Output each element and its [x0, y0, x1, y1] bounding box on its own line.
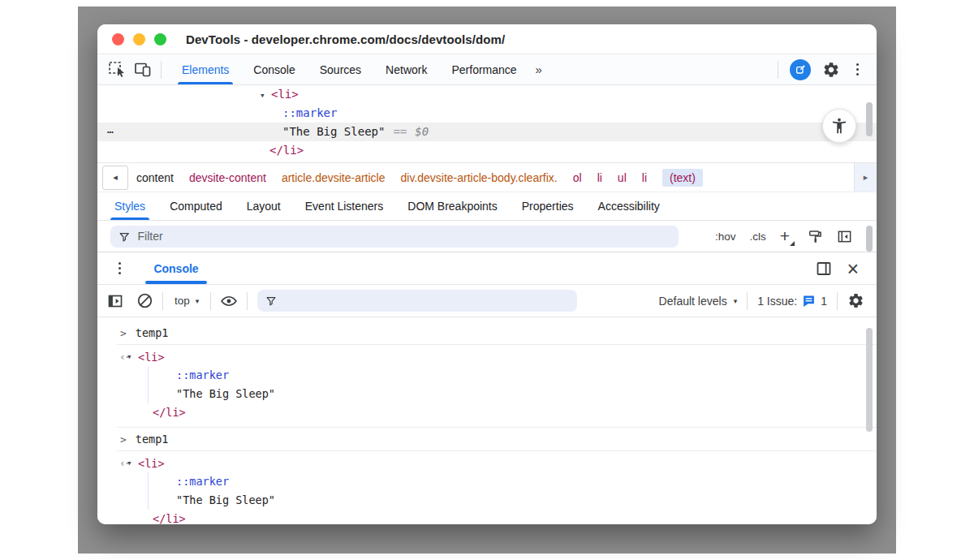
console-sidebar-toggle-icon[interactable] — [106, 291, 125, 311]
breadcrumb: ◂ content devsite-content article.devsit… — [97, 162, 877, 192]
close-drawer-icon[interactable]: × — [847, 261, 859, 277]
tab-layout[interactable]: Layout — [235, 192, 293, 220]
toolbar-right-icons — [778, 59, 877, 80]
issues-count: 1 — [821, 295, 827, 308]
tab-styles[interactable]: Styles — [102, 192, 157, 220]
breadcrumb-scroll-left-icon[interactable]: ◂ — [102, 166, 128, 190]
open-tag-label: <li> — [138, 457, 165, 470]
split-panel-icon[interactable] — [816, 261, 832, 277]
tab-elements[interactable]: Elements — [170, 54, 241, 84]
more-options-icon[interactable] — [851, 60, 864, 79]
expand-arrow-icon[interactable]: ▾ — [260, 86, 271, 105]
prompt-chevron-icon: > — [120, 433, 127, 446]
pseudo-element-label: ::marker — [282, 106, 337, 119]
minimize-window-button[interactable] — [133, 33, 145, 45]
pseudo-element-label: ::marker — [149, 366, 877, 385]
drawer-tab-console[interactable]: Console — [144, 252, 208, 284]
tab-computed[interactable]: Computed — [157, 192, 235, 220]
log-levels-dropdown[interactable]: Default levels ▾ — [659, 295, 738, 308]
console-result-entry[interactable]: ‹· ▾ <li> ::marker "The Big Sleep" </li> — [97, 345, 877, 427]
styles-sidebar-tabs: Styles Computed Layout Event Listeners D… — [97, 192, 877, 221]
breadcrumb-item-div-body[interactable]: div.devsite-article-body.clearfix. — [401, 171, 558, 184]
dom-node-text-selected[interactable]: ⋯"The Big Sleep"==$0 — [97, 123, 877, 141]
breadcrumb-scroll-right-icon[interactable]: ▸ — [854, 163, 877, 192]
chevron-down-icon: ▾ — [196, 297, 200, 305]
console-input-entry[interactable]: > temp1 — [97, 428, 877, 450]
close-window-button[interactable] — [112, 33, 124, 45]
console-settings-gear-icon[interactable] — [847, 292, 865, 310]
tab-event-listeners[interactable]: Event Listeners — [293, 192, 396, 220]
breadcrumb-item-article[interactable]: article.devsite-article — [282, 171, 386, 184]
issues-counter[interactable]: 1 Issue: 1 — [757, 294, 827, 308]
console-scrollbar-thumb[interactable] — [866, 328, 873, 432]
tab-performance[interactable]: Performance — [439, 54, 528, 84]
window-controls — [112, 33, 166, 45]
breadcrumb-item-li[interactable]: li — [597, 171, 602, 184]
text-node-value: "The Big Sleep" — [149, 491, 877, 510]
chevron-down-icon: ▾ — [734, 297, 738, 305]
issue-message-icon — [802, 294, 816, 308]
styles-toolbar-buttons: :hov .cls + — [715, 229, 877, 244]
styles-filter-input[interactable] — [137, 230, 670, 243]
toggle-device-toolbar-icon[interactable] — [133, 60, 153, 80]
console-result-entry[interactable]: ‹· ▾ <li> ::marker "The Big Sleep" </li> — [97, 451, 877, 524]
toolbar-divider — [161, 61, 162, 79]
breadcrumb-item-text-selected[interactable]: (text) — [662, 169, 703, 187]
tab-accessibility[interactable]: Accessibility — [586, 192, 672, 220]
close-tag-label: </li> — [153, 512, 186, 524]
styles-filter-field[interactable] — [110, 226, 679, 248]
elements-scrollbar-thumb[interactable] — [866, 102, 873, 136]
dom-node-marker[interactable]: ::marker — [97, 104, 877, 123]
settings-gear-icon[interactable] — [822, 61, 840, 79]
breadcrumb-item-content[interactable]: content — [136, 171, 174, 184]
console-input-entry[interactable]: > temp1 — [97, 321, 877, 344]
desktop-background: DevTools - developer.chrome.com/docs/dev… — [78, 6, 896, 554]
pseudo-element-label: ::marker — [149, 472, 877, 491]
inspect-element-icon[interactable] — [107, 60, 127, 80]
console-drawer-header: Console × — [97, 252, 877, 285]
devtools-main-toolbar: Elements Console Sources Network Perform… — [97, 54, 877, 85]
drawer-more-options-icon[interactable] — [114, 259, 126, 278]
styles-toolbar: :hov .cls + — [97, 221, 877, 252]
breadcrumb-item-ol[interactable]: ol — [573, 171, 582, 184]
breadcrumb-item-devsite-content[interactable]: devsite-content — [189, 171, 266, 184]
clear-console-icon[interactable] — [135, 291, 154, 311]
execution-context-selector[interactable]: top ▾ — [171, 295, 202, 307]
console-input-text: temp1 — [136, 433, 169, 446]
rendering-brush-icon[interactable] — [808, 229, 823, 244]
new-feature-badge-icon[interactable] — [790, 59, 811, 80]
close-tag-label: </li> — [153, 406, 186, 419]
console-toolbar-right: Default levels ▾ 1 Issue: 1 — [659, 292, 877, 310]
title-bar: DevTools - developer.chrome.com/docs/dev… — [97, 24, 877, 54]
return-value-arrow-icon: ‹· — [97, 457, 125, 469]
devtools-window: DevTools - developer.chrome.com/docs/dev… — [97, 24, 877, 524]
expand-arrow-icon[interactable]: ▾ — [127, 458, 138, 468]
tab-properties[interactable]: Properties — [510, 192, 586, 220]
new-style-rule-icon[interactable]: + — [780, 229, 794, 243]
text-node-value: "The Big Sleep" — [149, 385, 877, 403]
console-filter-input[interactable] — [284, 295, 569, 308]
ellipsis-handle-icon[interactable]: ⋯ — [107, 123, 114, 141]
tab-sources[interactable]: Sources — [308, 54, 373, 84]
return-value-arrow-icon: ‹· — [97, 351, 125, 363]
breadcrumb-item-ul[interactable]: ul — [618, 171, 627, 184]
breadcrumb-item-li2[interactable]: li — [642, 171, 647, 184]
console-messages: > temp1 ‹· ▾ <li> ::marker "The Big Slee… — [97, 317, 877, 524]
live-expression-eye-icon[interactable] — [219, 291, 239, 311]
console-filter-field[interactable] — [257, 290, 577, 312]
toggle-hover-state-button[interactable]: :hov — [715, 230, 736, 243]
tab-network[interactable]: Network — [373, 54, 439, 84]
expand-arrow-icon[interactable]: ▾ — [127, 351, 138, 362]
tab-dom-breakpoints[interactable]: DOM Breakpoints — [395, 192, 509, 220]
styles-scrollbar-thumb[interactable] — [866, 226, 873, 252]
tab-console[interactable]: Console — [241, 54, 307, 84]
accessibility-person-icon[interactable] — [822, 109, 856, 143]
computed-styles-panel-icon[interactable] — [837, 229, 852, 244]
more-tabs-icon[interactable]: » — [529, 62, 548, 76]
console-variable-label: $0 — [415, 125, 429, 138]
zoom-window-button[interactable] — [154, 33, 166, 45]
dom-node-li-open[interactable]: ▾<li> — [97, 85, 877, 104]
dom-node-li-close[interactable]: </li> — [97, 141, 877, 160]
toggle-class-button[interactable]: .cls — [749, 230, 765, 243]
breadcrumb-items: content devsite-content article.devsite-… — [136, 169, 854, 187]
